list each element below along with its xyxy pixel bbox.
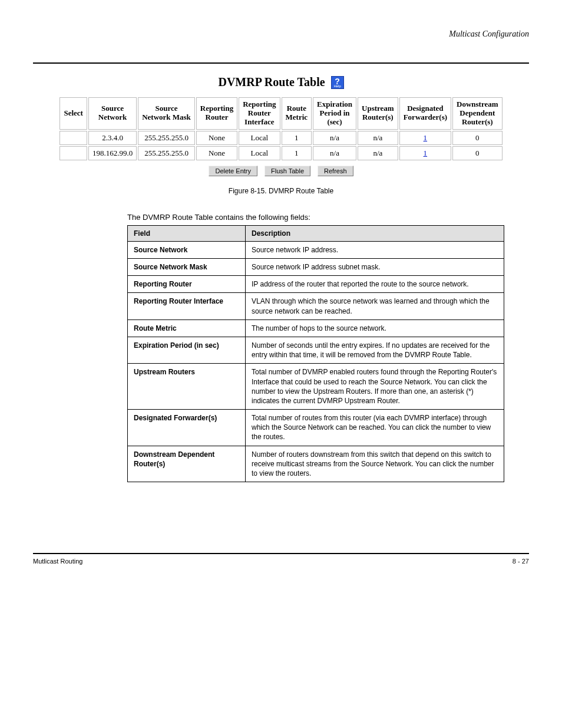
fields-row: Reporting RouterIP address of the router… <box>128 276 504 293</box>
field-name: Reporting Router <box>128 276 246 293</box>
designated-forwarders-link[interactable]: 1 <box>424 149 428 157</box>
route-table-body: 2.3.4.0255.255.255.0NoneLocal1n/an/a1019… <box>59 131 502 160</box>
delete-entry-button[interactable]: Delete Entry <box>209 166 257 176</box>
cell-select[interactable] <box>59 146 87 160</box>
cell-metric: 1 <box>282 146 312 160</box>
col-rep-iface: ReportingRouterInterface <box>239 97 280 130</box>
table-row: 198.162.99.0255.255.255.0NoneLocal1n/an/… <box>59 146 502 160</box>
col-depend: DownstreamDependentRouter(s) <box>452 97 503 130</box>
fields-row: Designated Forwarder(s)Total number of r… <box>128 410 504 446</box>
field-desc: IP address of the router that reported t… <box>246 276 504 293</box>
field-desc: The number of hops to the source network… <box>246 319 504 337</box>
col-src-net: SourceNetwork <box>88 97 137 130</box>
field-name: Upstream Routers <box>128 364 246 410</box>
section-header: Multicast Configuration <box>33 29 529 39</box>
field-name: Expiration Period (in sec) <box>128 337 246 363</box>
route-table-head: Select SourceNetwork SourceNetwork Mask … <box>59 97 502 130</box>
refresh-button[interactable]: Refresh <box>318 166 353 176</box>
col-select: Select <box>59 97 87 130</box>
dvmrp-route-table: Select SourceNetwork SourceNetwork Mask … <box>58 96 503 162</box>
cell-desig: 1 <box>399 146 451 160</box>
designated-forwarders-link[interactable]: 1 <box>424 133 428 142</box>
cell-upstream: n/a <box>358 146 398 160</box>
col-desig: DesignatedForwarder(s) <box>399 97 451 130</box>
cell-rep_iface: Local <box>239 146 280 160</box>
top-rule <box>33 62 529 64</box>
col-metric: RouteMetric <box>282 97 312 130</box>
cell-src_net: 198.162.99.0 <box>88 146 137 160</box>
field-name: Source Network <box>128 241 246 258</box>
field-desc: Source network IP address. <box>246 241 504 258</box>
fields-row: Source Network MaskSource network IP add… <box>128 259 504 276</box>
cell-src_net: 2.3.4.0 <box>88 131 137 145</box>
col-expire: ExpirationPeriod in(sec) <box>313 97 356 130</box>
col-src-mask: SourceNetwork Mask <box>138 97 195 130</box>
cell-src_mask: 255.255.255.0 <box>138 131 195 145</box>
col-upstream: UpstreamRouter(s) <box>358 97 398 130</box>
fields-row: Upstream RoutersTotal number of DVMRP en… <box>128 364 504 410</box>
fields-col-description: Description <box>246 225 504 241</box>
footer-rule <box>33 553 529 554</box>
fields-table: Field Description Source NetworkSource n… <box>127 225 504 482</box>
col-rep-router: ReportingRouter <box>196 97 237 130</box>
fields-row: Reporting Router InterfaceVLAN through w… <box>128 293 504 319</box>
field-name: Route Metric <box>128 319 246 337</box>
route-table-title: DVMRP Route Table <box>218 75 325 88</box>
cell-rep_router: None <box>196 131 237 145</box>
cell-rep_iface: Local <box>239 131 280 145</box>
field-name: Reporting Router Interface <box>128 293 246 319</box>
footer-left: Mutlicast Routing <box>33 558 82 565</box>
field-desc: Source network IP address subnet mask. <box>246 259 504 276</box>
cell-select[interactable] <box>59 131 87 145</box>
help-icon-label: Help <box>332 84 343 88</box>
field-desc: VLAN through which the source network wa… <box>246 293 504 319</box>
fields-row: Route MetricThe number of hops to the so… <box>128 319 504 337</box>
flush-table-button[interactable]: Flush Table <box>265 166 310 176</box>
cell-src_mask: 255.255.255.0 <box>138 146 195 160</box>
footer-right: 8 - 27 <box>513 558 529 565</box>
field-name: Source Network Mask <box>128 259 246 276</box>
field-desc: Total number of routes from this router … <box>246 410 504 446</box>
field-desc: Number of seconds until the entry expire… <box>246 337 504 363</box>
cell-expire: n/a <box>313 131 356 145</box>
figure-caption: Figure 8-15. DVMRP Route Table <box>33 187 529 195</box>
table-row: 2.3.4.0255.255.255.0NoneLocal1n/an/a10 <box>59 131 502 145</box>
fields-intro: The DVMRP Route Table contains the follo… <box>127 213 529 222</box>
field-desc: Number of routers downstream from this s… <box>246 446 504 482</box>
field-name: Downstream Dependent Router(s) <box>128 446 246 482</box>
cell-metric: 1 <box>282 131 312 145</box>
fields-col-field: Field <box>128 225 246 241</box>
fields-row: Expiration Period (in sec)Number of seco… <box>128 337 504 363</box>
cell-depend: 0 <box>452 131 503 145</box>
cell-desig: 1 <box>399 131 451 145</box>
field-desc: Total number of DVMRP enabled routers fo… <box>246 364 504 410</box>
fields-row: Source NetworkSource network IP address. <box>128 241 504 258</box>
fields-row: Downstream Dependent Router(s)Number of … <box>128 446 504 482</box>
cell-rep_router: None <box>196 146 237 160</box>
cell-expire: n/a <box>313 146 356 160</box>
cell-depend: 0 <box>452 146 503 160</box>
cell-upstream: n/a <box>358 131 398 145</box>
help-icon[interactable]: Help <box>331 76 344 89</box>
field-name: Designated Forwarder(s) <box>128 410 246 446</box>
